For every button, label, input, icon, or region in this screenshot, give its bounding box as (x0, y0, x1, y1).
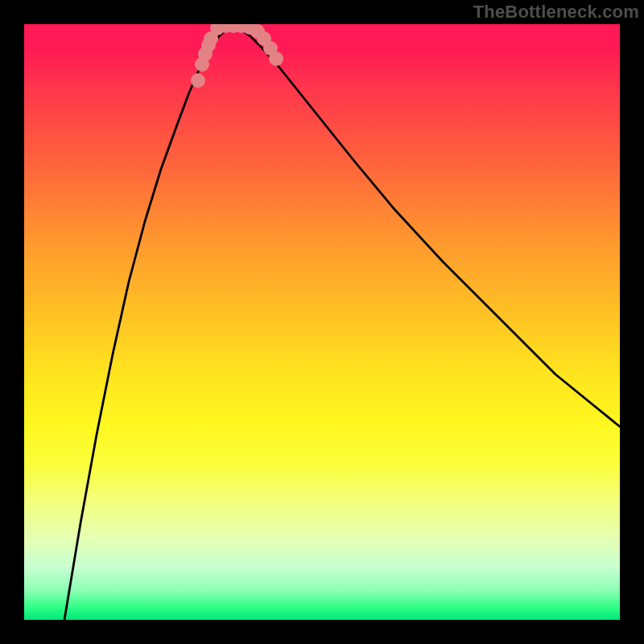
chart-frame: TheBottleneck.com (0, 0, 644, 644)
curve-left-branch (64, 27, 233, 620)
plot-area (24, 24, 620, 620)
chart-svg (24, 24, 620, 620)
trough-dot (191, 73, 205, 88)
curve-right-branch (233, 27, 620, 427)
trough-dot (269, 52, 283, 66)
watermark-text: TheBottleneck.com (473, 2, 639, 23)
